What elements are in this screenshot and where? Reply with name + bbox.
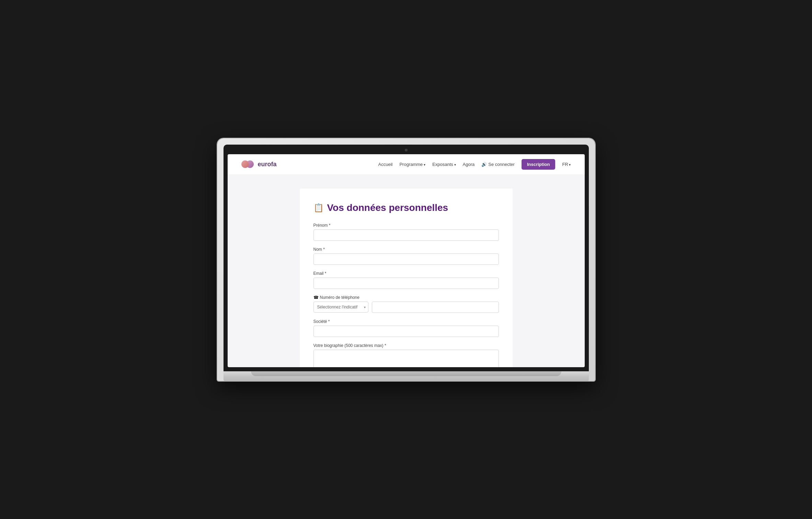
bio-label: Votre biographie (500 caractères max) * [313,343,499,348]
nav-item-accueil[interactable]: Accueil [378,161,393,167]
logo-text: eurofa [258,161,277,168]
phone-select-wrap: Sélectionnez l'indicatif ... ▾ [313,302,368,313]
bio-group: Votre biographie (500 caractères max) * [313,343,499,367]
navbar: eurofa Accueil Programme Exposants [228,154,585,175]
nav-link-programme[interactable]: Programme [399,162,425,167]
nom-input[interactable] [313,253,499,265]
nav-link-exposants[interactable]: Exposants [432,162,456,167]
prenom-label: Prénom * [313,223,499,228]
laptop-screen: eurofa Accueil Programme Exposants [228,154,585,367]
main-content: 📋 Vos données personnelles Prénom * Nom … [228,175,585,367]
laptop-hinge [251,371,561,376]
phone-icon: ☎ [313,295,319,300]
prenom-input[interactable] [313,229,499,241]
logo-circle-left [241,160,249,168]
bio-textarea[interactable] [313,350,499,367]
nav-item-exposants[interactable]: Exposants [432,161,456,167]
nav-item-agora[interactable]: Agora [463,161,475,167]
prenom-group: Prénom * [313,223,499,241]
login-button[interactable]: 🔊 Se connecter [481,162,515,167]
logo-area: eurofa [241,160,277,168]
form-container: 📋 Vos données personnelles Prénom * Nom … [300,189,513,367]
page-title: 📋 Vos données personnelles [313,202,499,213]
societe-input[interactable] [313,326,499,337]
nav-inscription[interactable]: Inscription [522,159,555,170]
phone-group: ☎ Numéro de téléphone Sélectionnez l'ind… [313,295,499,313]
laptop-base [224,371,589,381]
nav-link-agora[interactable]: Agora [463,162,475,167]
phone-number-input[interactable] [372,302,499,313]
societe-group: Société * [313,319,499,337]
logo-circles [241,160,254,168]
laptop-bezel: eurofa Accueil Programme Exposants [224,145,589,371]
nav-item-programme[interactable]: Programme [399,161,425,167]
email-group: Email * [313,271,499,289]
nav-links: Accueil Programme Exposants Agora [378,159,571,170]
laptop-container: eurofa Accueil Programme Exposants [217,138,595,381]
phone-row: Sélectionnez l'indicatif ... ▾ [313,302,499,313]
page-title-text: Vos données personnelles [327,202,448,213]
login-label: Se connecter [488,162,515,167]
speaker-icon: 🔊 [481,162,487,167]
nom-label: Nom * [313,247,499,252]
lang-selector[interactable]: FR [562,162,571,167]
phone-label: Numéro de téléphone [320,295,359,300]
laptop-screen-outer: eurofa Accueil Programme Exposants [217,138,595,381]
inscription-button[interactable]: Inscription [522,159,555,170]
phone-country-select[interactable]: Sélectionnez l'indicatif ... [313,302,368,313]
societe-label: Société * [313,319,499,324]
phone-label-row: ☎ Numéro de téléphone [313,295,499,300]
email-input[interactable] [313,278,499,289]
page-title-icon: 📋 [313,203,324,213]
nav-login[interactable]: 🔊 Se connecter [481,162,515,167]
laptop-camera [405,149,408,151]
nav-link-accueil[interactable]: Accueil [378,162,393,167]
email-label: Email * [313,271,499,276]
nom-group: Nom * [313,247,499,265]
nav-lang[interactable]: FR [562,161,571,167]
